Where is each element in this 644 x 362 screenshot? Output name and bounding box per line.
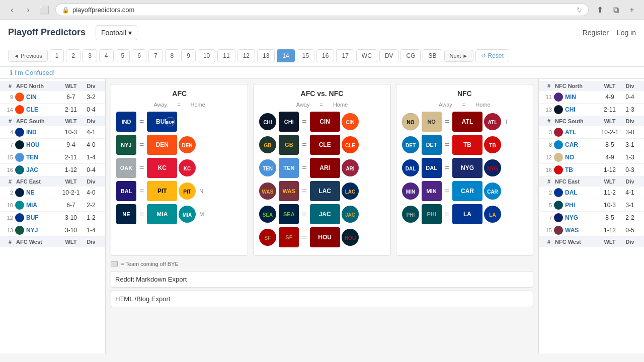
team-row-jac[interactable]: 16 JAC 1-12 0-4	[0, 164, 105, 176]
url-bar[interactable]: 🔒 playoffpredictors.com ↻	[55, 4, 589, 16]
week-5-button[interactable]: 5	[116, 49, 130, 62]
week-7-button[interactable]: 7	[148, 49, 163, 62]
tab-button[interactable]: ⬜	[37, 3, 51, 17]
week-dv-button[interactable]: DV	[379, 49, 399, 62]
week-14-button[interactable]: 14	[277, 49, 294, 62]
team-row-no-right[interactable]: 12 NO 4-9 1-3	[539, 151, 644, 164]
no-link-right[interactable]: NO	[565, 154, 574, 161]
team-row-phi-right[interactable]: 5 PHI 10-3 3-1	[539, 199, 644, 212]
buf-link[interactable]: BUF	[26, 214, 39, 221]
game-row-ten-ari[interactable]: TEN TEN = ARI ARI	[259, 158, 385, 178]
was-link-right[interactable]: WAS	[565, 227, 579, 234]
team-row-ind[interactable]: 4 IND 10-3 4-1	[0, 126, 105, 139]
game-row-ind-buf[interactable]: IND = BUF BUF	[116, 112, 243, 132]
phi-link-right[interactable]: PHI	[565, 202, 575, 209]
team-row-was-right[interactable]: 15 WAS 1-12 0-5	[539, 224, 644, 237]
game-row-min-car[interactable]: MIN MIN = CAR CAR	[401, 181, 528, 201]
week-cg-button[interactable]: CG	[400, 49, 421, 62]
svg-text:WAS: WAS	[262, 189, 274, 195]
week-16-button[interactable]: 16	[316, 49, 334, 62]
next-week-button[interactable]: Next ►	[444, 50, 474, 62]
week-12-button[interactable]: 12	[237, 49, 255, 62]
week-sb-button[interactable]: SB	[423, 49, 442, 62]
previous-week-button[interactable]: ◄ Previous	[8, 50, 48, 62]
game-row-det-tb[interactable]: DET DET = TB TB	[401, 135, 528, 155]
svg-text:BUF: BUF	[166, 120, 175, 125]
ten-link[interactable]: TEN	[26, 154, 38, 161]
dal-link-right[interactable]: DAL	[565, 189, 578, 196]
cin-link[interactable]: CIN	[26, 94, 37, 101]
game-row-sf-hou[interactable]: SF SF = HOU HOU	[259, 227, 385, 247]
team-row-tb-right[interactable]: 16 TB 1-12 0-3	[539, 164, 644, 176]
game-row-was-lac[interactable]: WAS WAS = LAC LAC	[259, 181, 385, 201]
share-button[interactable]: ⬆	[593, 3, 607, 17]
week-17-button[interactable]: 17	[336, 49, 354, 62]
fullscreen-button[interactable]: ⧉	[609, 3, 623, 17]
team-row-nyj[interactable]: 13 NYJ 3-10 1-4	[0, 224, 105, 237]
reddit-export-button[interactable]: Reddit Markdown Export	[111, 271, 533, 288]
team-row-dal-right[interactable]: 2 DAL 11-2 4-1	[539, 187, 644, 199]
new-tab-button[interactable]: +	[625, 3, 639, 17]
week-10-button[interactable]: 10	[198, 49, 215, 62]
game-row-sea-jac[interactable]: SEA SEA = JAC JAC	[259, 204, 385, 224]
back-button[interactable]: ‹	[5, 3, 19, 17]
game-row-no-atl[interactable]: NO NO = ATL ATL	[401, 112, 528, 132]
team-row-nyg-right[interactable]: 7 NYG 8-5 2-2	[539, 212, 644, 224]
team-row-mia[interactable]: 10 MIA 6-7 2-2	[0, 199, 105, 212]
refresh-browser-icon[interactable]: ↻	[577, 6, 582, 14]
team-row-ten[interactable]: 15 TEN 2-11 1-4	[0, 151, 105, 164]
ind-link[interactable]: IND	[26, 129, 37, 136]
atl-link-right[interactable]: ATL	[565, 129, 576, 136]
week-15-button[interactable]: 15	[297, 49, 314, 62]
team-row-ne[interactable]: 2 NE 10-2-1 4-0	[0, 187, 105, 199]
team-row-car-right[interactable]: 8 CAR 8-5 3-1	[539, 139, 644, 151]
game-row-gb-cle[interactable]: GB GB = CLE CLE	[259, 135, 385, 155]
team-row-cin[interactable]: 9 CIN 6-7 3-2	[0, 91, 105, 104]
ne-link[interactable]: NE	[26, 189, 35, 196]
nyj-link[interactable]: NYJ	[26, 227, 38, 234]
week-9-button[interactable]: 9	[181, 49, 196, 62]
tb-link-right[interactable]: TB	[565, 166, 573, 173]
browser-nav[interactable]: ‹ › ⬜	[5, 3, 51, 17]
game-row-nyj-den[interactable]: NYJ = DEN DEN	[116, 135, 243, 155]
team-row-min-right[interactable]: 11 MIN 4-9 0-4	[539, 91, 644, 104]
reset-button[interactable]: ↺ Reset	[475, 49, 509, 62]
register-link[interactable]: Register	[583, 29, 609, 37]
team-row-buf[interactable]: 12 BUF 3-10 1-2	[0, 212, 105, 224]
team-row-hou[interactable]: 7 HOU 9-4 4-0	[0, 139, 105, 151]
nyg-link-right[interactable]: NYG	[565, 214, 578, 221]
week-11-button[interactable]: 11	[217, 49, 235, 62]
game-row-bal-pit[interactable]: BAL = PIT PIT N	[116, 181, 243, 201]
game-row-dal-nyg[interactable]: DAL DAL = NYG NYG	[401, 158, 528, 178]
game-row-chi-cin[interactable]: CHI CHI = CIN CIN	[259, 112, 385, 132]
team-row-chi-right[interactable]: 13 CHI 2-11 1-3	[539, 104, 644, 116]
hou-link[interactable]: HOU	[26, 141, 40, 148]
chi-link-right[interactable]: CHI	[565, 106, 576, 113]
car-link-right[interactable]: CAR	[565, 141, 578, 148]
login-link[interactable]: Log in	[617, 29, 636, 37]
week-1-button[interactable]: 1	[50, 49, 64, 62]
game-row-phi-la[interactable]: PHI PHI = LA LA	[401, 204, 528, 224]
browser-actions[interactable]: ⬆ ⧉ +	[593, 3, 639, 17]
week-6-button[interactable]: 6	[132, 49, 146, 62]
week-3-button[interactable]: 3	[83, 49, 97, 62]
confused-link[interactable]: ℹ I'm Confused!	[10, 69, 636, 76]
site-logo[interactable]: Playoff Predictors	[8, 27, 86, 38]
team-row-atl-right[interactable]: 3 ATL 10-2-1 3-0	[539, 126, 644, 139]
week-2-button[interactable]: 2	[66, 49, 80, 62]
week-13-button[interactable]: 13	[257, 49, 275, 62]
mia-link[interactable]: MIA	[26, 202, 37, 209]
jac-link[interactable]: JAC	[26, 166, 38, 173]
week-wc-button[interactable]: WC	[356, 49, 377, 62]
week-4-button[interactable]: 4	[99, 49, 114, 62]
cle-link[interactable]: CLE	[26, 106, 38, 113]
team-row-cle[interactable]: 14 CLE 2-11 0-4	[0, 104, 105, 116]
legend-text: = Team coming off BYE	[121, 261, 179, 267]
forward-button[interactable]: ›	[21, 3, 35, 17]
game-row-ne-mia[interactable]: NE = MIA MIA M	[116, 204, 243, 224]
week-8-button[interactable]: 8	[165, 49, 180, 62]
game-row-oak-kc[interactable]: OAK = KC KC	[116, 158, 243, 178]
min-link-right[interactable]: MIN	[565, 94, 576, 101]
html-export-button[interactable]: HTML /Blog Export	[111, 291, 533, 307]
football-dropdown[interactable]: Football ▾	[96, 25, 137, 40]
